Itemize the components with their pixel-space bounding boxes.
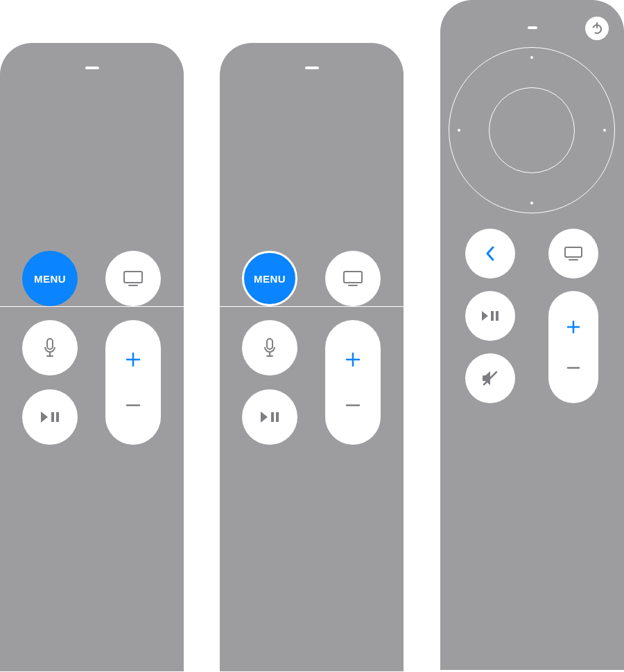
svg-rect-25	[496, 311, 499, 321]
volume-down-button[interactable]	[325, 382, 381, 428]
menu-button-label: MENU	[254, 273, 286, 285]
click-wheel[interactable]	[449, 47, 615, 213]
plus-icon	[345, 352, 361, 367]
menu-button[interactable]: MENU	[22, 251, 78, 306]
tv-button[interactable]	[105, 251, 161, 306]
menu-button-label: MENU	[34, 273, 66, 285]
svg-rect-16	[276, 412, 279, 422]
svg-rect-24	[491, 311, 494, 321]
svg-rect-12	[267, 339, 272, 349]
svg-rect-22	[565, 247, 582, 257]
volume-up-button[interactable]	[105, 337, 161, 382]
svg-rect-0	[124, 272, 142, 283]
volume-rocker	[105, 320, 161, 445]
wheel-dot-right	[603, 129, 606, 132]
mic-button[interactable]	[242, 320, 297, 375]
remote-mic-slit	[528, 26, 537, 29]
wheel-dot-up	[530, 56, 533, 59]
remote-mic-slit	[85, 67, 99, 69]
svg-rect-2	[47, 339, 53, 349]
mute-icon	[481, 370, 499, 387]
volume-rocker	[325, 320, 381, 445]
minus-icon	[345, 398, 361, 413]
remote-mic-slit	[305, 67, 319, 69]
volume-up-button[interactable]	[548, 306, 598, 347]
siri-remote-1st-gen: MENU	[0, 43, 184, 671]
menu-button[interactable]: MENU	[242, 251, 297, 306]
tv-icon	[564, 246, 583, 261]
play-pause-button[interactable]	[465, 291, 515, 341]
play-pause-icon	[259, 410, 280, 424]
power-icon	[591, 22, 603, 35]
plus-icon	[566, 320, 580, 334]
tv-icon	[123, 270, 144, 287]
back-button[interactable]	[465, 229, 515, 278]
wheel-dot-down	[530, 202, 533, 204]
siri-remote-1st-gen-alt: MENU	[220, 43, 404, 671]
siri-remote-2nd-gen	[440, 0, 624, 670]
plus-icon	[125, 352, 141, 367]
play-pause-button[interactable]	[22, 389, 78, 445]
touch-surface-divider	[220, 306, 404, 307]
play-pause-icon	[40, 410, 60, 424]
volume-down-button[interactable]	[548, 347, 598, 388]
mic-button[interactable]	[22, 320, 78, 375]
volume-down-button[interactable]	[105, 382, 161, 428]
tv-button[interactable]	[325, 251, 381, 306]
mic-icon	[44, 338, 56, 357]
svg-rect-6	[56, 412, 59, 422]
power-button[interactable]	[585, 17, 609, 40]
minus-icon	[125, 398, 141, 413]
wheel-dot-left	[458, 129, 460, 132]
svg-rect-15	[271, 412, 274, 422]
svg-rect-10	[344, 272, 362, 283]
mic-icon	[263, 338, 276, 357]
tv-button[interactable]	[548, 229, 598, 278]
volume-rocker	[548, 291, 598, 403]
volume-up-button[interactable]	[325, 337, 381, 382]
play-pause-button[interactable]	[242, 389, 297, 445]
play-pause-icon	[480, 310, 500, 322]
touch-surface-divider	[0, 306, 184, 307]
tv-icon	[343, 270, 363, 287]
click-wheel-center[interactable]	[489, 87, 575, 173]
mute-button[interactable]	[465, 353, 515, 403]
svg-rect-5	[51, 412, 54, 422]
chevron-left-icon	[485, 245, 496, 262]
minus-icon	[566, 361, 580, 375]
